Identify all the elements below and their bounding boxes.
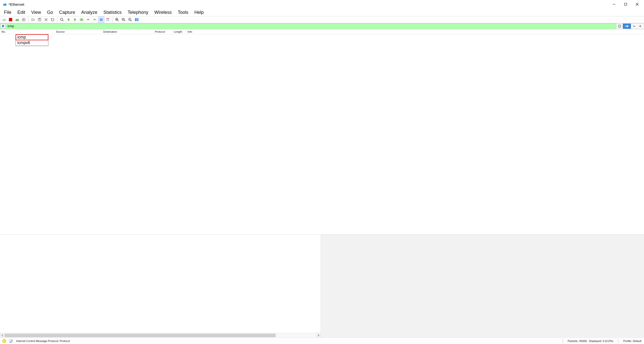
zoom-in-icon[interactable]: [114, 17, 120, 23]
open-file-icon[interactable]: [30, 17, 36, 23]
svg-rect-14: [80, 20, 83, 21]
clear-filter-icon[interactable]: [617, 24, 622, 29]
toolbar-separator: [57, 17, 57, 22]
column-destination[interactable]: Destination: [102, 30, 153, 34]
status-packets: Packets: 35458 · Displayed: 0 (0.0%): [566, 339, 615, 342]
packet-list-header: No. Source Destination Protocol Length I…: [0, 29, 644, 34]
restart-capture-icon[interactable]: [14, 17, 20, 23]
menu-wireless[interactable]: Wireless: [151, 9, 175, 16]
filter-actions: [616, 23, 644, 29]
stop-capture-icon[interactable]: [8, 17, 14, 23]
scroll-left-icon[interactable]: [0, 333, 5, 337]
svg-point-41: [3, 339, 6, 343]
svg-line-24: [118, 20, 119, 21]
capture-options-icon[interactable]: [21, 17, 27, 23]
scroll-right-icon[interactable]: [316, 333, 321, 337]
menu-view[interactable]: View: [28, 9, 44, 16]
find-packet-icon[interactable]: [59, 17, 65, 23]
column-source[interactable]: Source: [54, 30, 102, 34]
svg-rect-13: [80, 19, 83, 20]
apply-filter-icon[interactable]: [623, 24, 631, 29]
menu-edit[interactable]: Edit: [14, 9, 28, 16]
window-title: *Ethernet: [9, 2, 24, 7]
menu-file[interactable]: File: [1, 9, 14, 16]
filter-bookmark-icon[interactable]: [1, 24, 6, 29]
scrollbar-thumb[interactable]: [5, 334, 276, 337]
menu-telephony[interactable]: Telephony: [125, 9, 151, 16]
svg-point-6: [23, 19, 24, 20]
zoom-out-icon[interactable]: [121, 17, 127, 23]
menu-help[interactable]: Help: [191, 9, 207, 16]
svg-line-28: [124, 20, 125, 21]
go-to-packet-icon[interactable]: [79, 17, 85, 23]
statusbar-separator: [563, 339, 563, 343]
autocomplete-item-icmpv6[interactable]: icmpv6: [16, 40, 48, 46]
menu-go[interactable]: Go: [44, 9, 56, 16]
svg-rect-22: [106, 20, 109, 21]
menubar: File Edit View Go Capture Analyze Statis…: [0, 9, 644, 16]
svg-rect-18: [100, 19, 103, 20]
filter-autocomplete-popup: icmp icmpv6: [16, 34, 48, 46]
reload-icon[interactable]: [50, 17, 56, 23]
svg-rect-17: [100, 19, 103, 19]
packet-details-pane[interactable]: [0, 235, 321, 337]
display-filter-input[interactable]: [7, 23, 616, 29]
zoom-reset-icon[interactable]: 1: [127, 17, 133, 23]
svg-rect-21: [106, 19, 109, 20]
svg-rect-20: [106, 18, 109, 19]
column-no[interactable]: No.: [0, 30, 14, 34]
svg-rect-35: [138, 18, 138, 21]
menu-tools[interactable]: Tools: [175, 9, 191, 16]
packet-list-pane[interactable]: icmp icmpv6: [0, 34, 644, 234]
titlebar: *Ethernet: [0, 0, 644, 9]
capture-file-properties-icon[interactable]: [9, 339, 14, 343]
svg-text:1: 1: [129, 19, 130, 20]
packet-bytes-pane[interactable]: [321, 235, 644, 337]
svg-rect-34: [136, 18, 137, 21]
statusbar: Internet Control Message Protocol: Proto…: [0, 337, 644, 344]
minimize-button[interactable]: [608, 1, 620, 8]
status-profile[interactable]: Profile: Default: [621, 339, 644, 342]
svg-rect-8: [39, 18, 40, 19]
menu-capture[interactable]: Capture: [56, 9, 78, 16]
column-protocol[interactable]: Protocol: [153, 30, 172, 34]
svg-line-12: [62, 20, 63, 21]
column-time[interactable]: [14, 31, 54, 32]
bottom-panes: [0, 234, 644, 337]
display-filter-bar: [0, 23, 644, 29]
svg-point-11: [60, 18, 63, 20]
svg-rect-33: [135, 18, 136, 21]
close-button[interactable]: [631, 1, 643, 8]
start-capture-icon[interactable]: [1, 17, 7, 23]
menu-analyze[interactable]: Analyze: [78, 9, 100, 16]
toolbar-separator: [112, 17, 113, 22]
statusbar-separator: [618, 339, 618, 343]
save-file-icon[interactable]: [37, 17, 43, 23]
go-first-icon[interactable]: [85, 17, 91, 23]
go-back-icon[interactable]: [65, 17, 71, 23]
toolbar: 1: [0, 16, 644, 23]
auto-scroll-icon[interactable]: [98, 17, 104, 23]
resize-columns-icon[interactable]: [134, 17, 140, 23]
close-file-icon[interactable]: [43, 17, 49, 23]
column-info[interactable]: Info: [186, 30, 644, 34]
scrollbar-track[interactable]: [5, 333, 316, 337]
toolbar-separator: [28, 17, 28, 22]
go-last-icon[interactable]: [92, 17, 98, 23]
expert-info-icon[interactable]: [2, 339, 7, 343]
svg-line-31: [131, 20, 132, 21]
autocomplete-item-icmp[interactable]: icmp: [16, 34, 48, 40]
filter-history-dropdown-icon[interactable]: [631, 24, 637, 29]
maximize-button[interactable]: [620, 1, 631, 8]
go-forward-icon[interactable]: [72, 17, 78, 23]
status-protocol-description: Internet Control Message Protocol: Proto…: [16, 339, 70, 342]
add-filter-button-icon[interactable]: [637, 24, 643, 29]
svg-rect-1: [625, 3, 627, 6]
svg-rect-19: [100, 20, 103, 21]
menu-statistics[interactable]: Statistics: [100, 9, 125, 16]
wireshark-app-icon: [3, 2, 7, 7]
window-controls: [608, 1, 643, 8]
colorize-icon[interactable]: [105, 17, 111, 23]
column-length[interactable]: Length: [172, 30, 186, 34]
details-horizontal-scrollbar[interactable]: [0, 333, 321, 337]
